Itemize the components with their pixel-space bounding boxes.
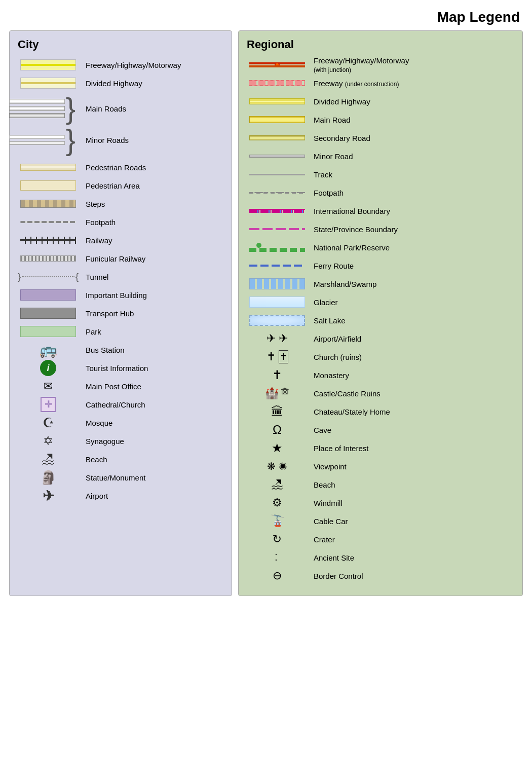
ancient-site-symbol: ⁚ xyxy=(247,552,308,563)
track-symbol xyxy=(247,174,308,175)
footpath-reg-icon xyxy=(249,192,305,194)
crater-icon: ↺ xyxy=(273,533,282,546)
church-reg-symbol: ✝✝ xyxy=(247,350,308,363)
regional-panel: Regional Freeway/Highway/Motorway (with … xyxy=(238,30,523,596)
minor-roads-brace: } xyxy=(66,125,75,155)
post-office-symbol: ✉ xyxy=(18,380,79,393)
city-panel: City Freeway/Highway/Motorway Divided Hi… xyxy=(9,30,232,596)
footpath-reg-symbol xyxy=(247,192,308,194)
list-item: 🏖 Beach xyxy=(18,451,223,468)
monastery-symbol: ✝ xyxy=(247,368,308,382)
synagogue-label: Synagogue xyxy=(86,437,124,446)
list-item: State/Province Boundary xyxy=(247,220,514,238)
ancient-site-label: Ancient Site xyxy=(314,553,514,562)
bus-icon: 🚌 xyxy=(35,342,61,358)
list-item: Footpath xyxy=(247,184,514,201)
nat-park-icon xyxy=(249,243,305,252)
list-item: ✛ Cathedral/Church xyxy=(18,396,223,413)
list-item: Secondary Road xyxy=(247,129,514,146)
castle-symbol: 🏰🏚 xyxy=(247,387,308,400)
list-item: 🏰🏚 Castle/Castle Ruins xyxy=(247,385,514,402)
footpath-city-symbol xyxy=(18,221,79,223)
tunnel-symbol: } { xyxy=(18,272,79,281)
list-item: } { Tunnel xyxy=(18,268,223,285)
cave-symbol: Ω xyxy=(247,423,308,437)
ferry-route-symbol xyxy=(247,265,308,267)
fw-junction-icon xyxy=(249,61,305,69)
tunnel-icon: } { xyxy=(18,272,79,281)
tourist-info-symbol: i xyxy=(18,360,79,376)
footpath-city-icon xyxy=(20,221,76,223)
list-item: ✈ Airport xyxy=(18,487,223,504)
salt-lake-icon xyxy=(249,315,305,326)
tunnel-dots xyxy=(22,276,74,277)
tourist-info-label: Tourist Information xyxy=(86,364,148,373)
bus-station-symbol: 🚌 xyxy=(18,342,79,358)
fw-junction-label: Freeway/Highway/Motorway (with junction) xyxy=(314,56,514,73)
list-item: Funicular Railway xyxy=(18,250,223,267)
list-item: Divided Highway xyxy=(18,75,223,92)
place-interest-label: Place of Interest xyxy=(314,444,514,453)
list-item: 🚡 Cable Car xyxy=(247,512,514,530)
important-building-symbol xyxy=(18,289,79,301)
fw-junction-symbol xyxy=(247,61,308,69)
legend-columns: City Freeway/Highway/Motorway Divided Hi… xyxy=(0,30,532,605)
nat-park-symbol xyxy=(247,243,308,252)
list-item: ✈✈ Airport/Airfield xyxy=(247,330,514,347)
divided-hwy-reg-symbol xyxy=(247,98,308,104)
page-title: Map Legend xyxy=(0,0,532,30)
beach-reg-label: Beach xyxy=(314,480,514,489)
ferry-route-label: Ferry Route xyxy=(314,262,514,270)
airport-city-icon: ✈ xyxy=(43,488,54,504)
list-item: ↺ Crater xyxy=(247,531,514,548)
marshland-label: Marshland/Swamp xyxy=(314,280,514,288)
cathedral-label: Cathedral/Church xyxy=(86,400,145,409)
glacier-symbol xyxy=(247,297,308,308)
marshland-icon xyxy=(249,278,305,289)
divided-hwy-city-symbol xyxy=(18,78,79,89)
railway-label: Railway xyxy=(86,236,112,245)
mosque-label: Mosque xyxy=(86,419,112,427)
funicular-symbol xyxy=(18,255,79,262)
list-item: ★ Place of Interest xyxy=(247,439,514,457)
border-control-label: Border Control xyxy=(314,572,514,580)
divided-hwy-city-label: Divided Highway xyxy=(86,79,142,88)
list-item: Main Road xyxy=(247,111,514,128)
cave-label: Cave xyxy=(314,426,514,434)
beach-city-symbol: 🏖 xyxy=(18,452,79,467)
minor-roads-lines xyxy=(9,135,65,145)
city-title: City xyxy=(18,38,223,51)
list-item: Park xyxy=(18,323,223,340)
viewpoint-label: Viewpoint xyxy=(314,462,514,471)
windmill-label: Windmill xyxy=(314,499,514,507)
airport-city-symbol: ✈ xyxy=(18,488,79,504)
ped-road-icon xyxy=(20,164,76,171)
minor-roads-label: Minor Roads xyxy=(86,136,129,144)
viewpoint-symbol: ❋✺ xyxy=(247,460,308,472)
secondary-road-icon xyxy=(249,135,305,140)
list-item: ❋✺ Viewpoint xyxy=(247,458,514,475)
steps-symbol xyxy=(18,200,79,208)
border-control-icon: ⊖ xyxy=(273,569,282,582)
statue-icon: 🗿 xyxy=(40,470,56,486)
list-item: ✝✝ Church (ruins) xyxy=(247,348,514,365)
main-roads-label: Main Roads xyxy=(86,104,126,113)
chateau-label: Chateau/Stately Home xyxy=(314,408,514,416)
post-office-label: Main Post Office xyxy=(86,382,141,391)
list-item: International Boundary xyxy=(247,202,514,219)
minor-roads-symbol: } xyxy=(18,125,79,155)
steps-icon xyxy=(20,200,76,208)
state-boundary-symbol xyxy=(247,228,308,230)
statue-label: Statue/Monument xyxy=(86,473,145,482)
regional-title: Regional xyxy=(247,38,514,51)
fw-construction-label: Freeway (under construction) xyxy=(314,79,514,88)
windmill-symbol: ⚙ xyxy=(247,496,308,509)
main-road-line-1 xyxy=(9,99,65,104)
list-item: Transport Hub xyxy=(18,305,223,322)
transport-hub-icon xyxy=(20,308,76,319)
divided-hwy-reg-label: Divided Highway xyxy=(314,97,514,106)
park-label: Park xyxy=(86,327,101,336)
border-control-symbol: ⊖ xyxy=(247,569,308,582)
minor-road-reg-label: Minor Road xyxy=(314,152,514,161)
track-icon xyxy=(249,174,305,175)
